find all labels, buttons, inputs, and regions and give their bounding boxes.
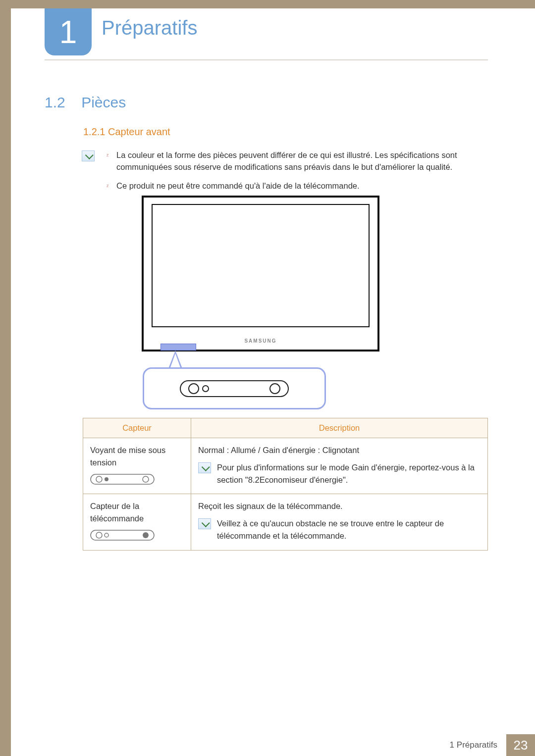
chapter-title: Préparatifs [102, 17, 197, 39]
svg-point-9 [96, 532, 102, 538]
note-icon [198, 462, 211, 473]
cell-note-text: Veillez à ce qu'aucun obstacle ne se tro… [217, 517, 481, 542]
left-margin-bar [0, 0, 11, 756]
section-title: Pièces [81, 94, 126, 110]
cell-note: Pour plus d'informations sur le mode Gai… [198, 461, 481, 486]
subsection-heading: 1.2.1 Capteur avant [83, 126, 170, 138]
note-icon [198, 518, 211, 529]
svg-point-5 [96, 476, 102, 482]
svg-point-11 [143, 532, 149, 538]
note-list: La couleur et la forme des pièces peuven… [107, 150, 488, 192]
note-block: La couleur et la forme des pièces peuven… [82, 150, 488, 199]
sensor-callout [143, 367, 326, 409]
footer-page-number: 23 [506, 734, 535, 756]
sensor-highlight [160, 344, 196, 351]
top-margin-bar [11, 0, 535, 8]
sensor-name: Capteur de la télécommande [90, 500, 184, 525]
page-footer: 1 Préparatifs 23 [441, 734, 535, 756]
footer-chapter-label: 1 Préparatifs [441, 734, 506, 756]
callout-arrow-icon [168, 351, 182, 368]
table-row: Voyant de mise sous tension Normal : All… [83, 438, 488, 494]
power-indicator-icon [90, 474, 155, 485]
svg-point-3 [270, 384, 280, 394]
section-number: 1.2 [45, 94, 65, 110]
svg-point-10 [105, 533, 108, 537]
sensor-name: Voyant de mise sous tension [90, 444, 184, 469]
monitor-brand-label: SAMSUNG [144, 338, 377, 344]
note-item: Ce produit ne peut être commandé qu'à l'… [107, 180, 488, 192]
svg-point-2 [203, 386, 209, 392]
cell-note-text: Pour plus d'informations sur le mode Gai… [217, 461, 481, 486]
svg-rect-0 [180, 381, 288, 397]
sensor-description-table: Capteur Description Voyant de mise sous … [83, 418, 488, 551]
table-header-sensor: Capteur [83, 418, 191, 438]
sensor-description: Normal : Allumé / Gain d'énergie : Clign… [198, 444, 481, 456]
remote-sensor-icon [90, 530, 155, 541]
sensor-description: Reçoit les signaux de la télécommande. [198, 500, 481, 512]
svg-point-7 [143, 476, 149, 482]
svg-point-1 [189, 384, 199, 394]
chapter-underline [45, 59, 488, 60]
note-icon [82, 151, 95, 161]
sensor-detail-icon [180, 380, 289, 397]
cell-note: Veillez à ce qu'aucun obstacle ne se tro… [198, 517, 481, 542]
table-row: Capteur de la télécommande Reçoit les si… [83, 494, 488, 550]
note-item: La couleur et la forme des pièces peuven… [107, 150, 488, 173]
monitor-screen [152, 204, 370, 327]
chapter-number-tab: 1 [45, 8, 92, 55]
chapter-number: 1 [59, 14, 77, 50]
svg-point-6 [105, 477, 108, 481]
svg-rect-4 [91, 474, 154, 484]
table-header-description: Description [191, 418, 488, 438]
front-sensor-diagram: SAMSUNG [142, 196, 379, 409]
section-heading: 1.2 Pièces [45, 94, 126, 111]
monitor-outline: SAMSUNG [142, 196, 379, 352]
